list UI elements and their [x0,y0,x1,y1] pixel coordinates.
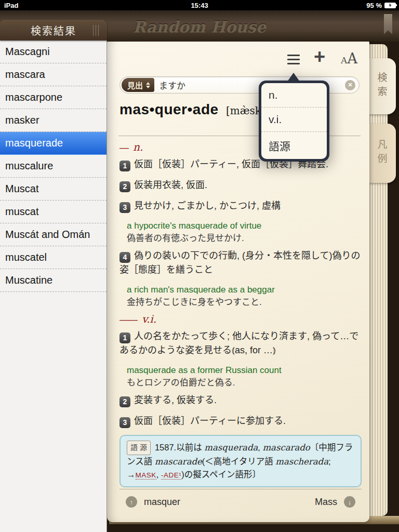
pos-dash: —— [119,314,137,325]
next-entry-button[interactable]: Mass ↓ [315,496,355,508]
sense-number-badge: 3 [119,417,130,428]
drag-handle-icon [93,25,99,36]
popover-menu: n.v.i.語源 [261,83,327,159]
battery-charging-icon [384,3,396,8]
example-english: a hypocrite's masquerade of virtue [127,220,362,232]
etymology-segment: )の擬スペイン語形〕 [181,470,261,479]
battery-percent: 95 % [366,2,382,9]
sort-arrows-icon [146,82,150,88]
menu-item[interactable]: n. [261,83,327,107]
add-bookmark-button[interactable]: + [311,46,328,67]
sense-number-badge: 1 [119,332,130,343]
sense-item: 2変装する, 仮装する. [119,393,362,407]
status-bar: iPad 15:43 95 % [0,0,399,10]
previous-entry-button[interactable]: ↑ masquer [126,496,180,508]
arrow-down-icon: ↓ [344,496,355,508]
etymology-segment: (＜高地イタリア語 [202,457,275,466]
cross-reference-link[interactable]: -ADE¹ [161,471,181,480]
pos-dash: — [119,142,128,153]
tab-legend[interactable]: 凡例 [367,124,396,183]
sense-number-badge: 3 [119,202,130,213]
example-block: masquerade as a former Russian countもとロシ… [127,364,362,389]
list-item[interactable]: muscat [0,201,107,223]
pos-label: v.i. [142,313,156,325]
menu-item[interactable]: v.i. [261,107,327,131]
next-entry-label: Mass [315,497,337,508]
list-item[interactable]: muscatel [0,246,107,269]
hamburger-icon [287,55,300,56]
list-item[interactable]: masker [0,109,107,132]
list-item[interactable]: mascara [0,63,107,86]
example-english: masquerade as a former Russian count [127,364,362,377]
etymology-segment: mascherada [275,457,328,467]
sense-item: 3見せかけ, ごまかし, かこつけ, 虚構 [119,199,362,213]
example-japanese: 偽善者の有徳ぶった見せかけ. [127,232,362,245]
menu-item[interactable]: 語源 [261,131,327,159]
sense-number-badge: 2 [119,396,130,407]
etymology-segment: mascarade [155,457,202,467]
sense-item: 1人の名をかたって歩く; 他人になり済ます, 偽って…であるかのような姿を見せる… [119,329,362,357]
sense-item: 3仮面［仮装］パーティーに参加する. [119,414,362,428]
example-english: a rich man's masquerade as a beggar [127,284,362,296]
section-menu-button[interactable] [287,55,300,65]
etymology-segment: masquerada [204,443,258,453]
part-of-speech-heading: ——v.i. [119,313,362,325]
sense-item: 4偽りの装いの下での行動, (身分・本性を隠して)偽りの姿［態度］を繕うこと [119,249,362,277]
page-stack-edge [368,44,388,516]
pos-label: n. [133,141,143,153]
search-scope-selector[interactable]: 見出 [122,78,154,92]
popover-arrow [287,73,300,82]
search-results-panel: Mascagnimascaramascarponemaskermasquerad… [0,41,107,532]
search-scope-label: 見出 [127,79,143,90]
example-block: a hypocrite's masquerade of virtue偽善者の有徳… [127,220,362,245]
etymology-segment: 1587.以前は [155,443,204,452]
list-item[interactable]: mascarpone [0,86,107,109]
arrow-up-icon: ↑ [126,496,137,508]
search-results-header[interactable]: 検索結果 [0,20,107,41]
list-item[interactable]: Mascagni [0,41,107,63]
sense-number-badge: 2 [119,181,130,192]
etymology-box: 語 源1587.以前は masquerada, mascarado〔中期フランス… [119,435,362,487]
entry-pager: ↑ masquer Mass ↓ [119,489,362,508]
example-japanese: 金持ちがこじきに身をやつすこと. [127,296,362,309]
sense-number-badge: 4 [119,252,130,263]
list-item[interactable]: Muscatine [0,269,107,292]
sense-item: 2仮装用衣装, 仮面. [119,178,362,192]
etymology-segment: mascarado [262,443,310,453]
list-item[interactable]: masquerade [0,132,107,155]
list-item[interactable]: Muscát and Omán [0,223,107,246]
list-item[interactable]: muscalure [0,155,107,178]
etymology-text: 1587.以前は masquerada, mascarado〔中期フランス語 m… [127,443,353,479]
sense-number-badge: 1 [119,161,130,171]
popover-frame: n.v.i.語源 [259,81,329,162]
font-size-button[interactable]: AA [337,50,361,67]
search-results-title: 検索結果 [31,23,76,38]
etymology-segment: , [156,470,161,479]
headword: mas•quer•ade [119,101,219,117]
cross-reference-link[interactable]: MASK [136,471,156,480]
dictionary-page: + AA 見出 ✕ mas•quer•ade [mæ̀skəréi —n.1仮面… [107,39,369,522]
previous-entry-label: masquer [144,497,180,508]
clock: 15:43 [0,2,399,9]
entry-body: —n.1仮面［仮装］パーティー, 仮面［仮装］舞踏会.2仮装用衣装, 仮面.3見… [119,141,362,487]
section-popover: n.v.i.語源 [259,72,329,162]
tab-search[interactable]: 検索 [367,58,396,114]
etymology-badge: 語 源 [127,441,151,455]
example-block: a rich man's masquerade as a beggar金持ちがこ… [127,284,362,309]
search-results-list: Mascagnimascaramascarponemaskermasquerad… [0,41,107,292]
clear-search-icon[interactable]: ✕ [345,80,355,90]
example-japanese: もとロシアの伯爵だと偽る. [127,377,362,389]
list-item[interactable]: Muscat [0,178,107,201]
